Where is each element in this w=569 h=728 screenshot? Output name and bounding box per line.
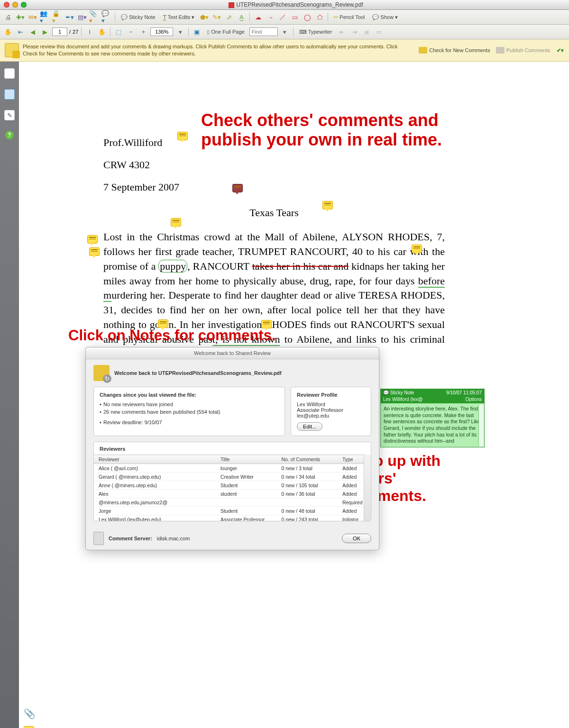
prev-page-icon[interactable]: ◀ [28,27,38,37]
zoom-input[interactable] [150,27,173,36]
table-row[interactable]: Alice ( @aol.com)lounger0 new / 3 totalA… [94,464,371,473]
sign-icon[interactable]: ✒▾ [64,12,75,22]
sticky-note-icon[interactable] [89,247,100,256]
first-page-icon[interactable]: ⇤ [15,27,26,37]
circle-annotation[interactable]: puppy [158,260,187,273]
add-icon[interactable]: ✚▾ [15,12,26,22]
annotation-text: Check others' comments and publish your … [201,110,471,150]
publish-comments-button[interactable]: Publish Comments [496,47,550,54]
col-title[interactable]: Title [216,455,276,464]
attachment-icon[interactable]: 📎 [24,708,36,719]
minimize-window-icon[interactable] [12,2,18,8]
table-cell: 0 new / 3 total [276,464,337,473]
col-reviewer[interactable]: Reviewer [94,455,216,464]
list-icon[interactable]: ≣ [361,27,372,37]
table-cell: Alex [94,490,216,498]
signatures-panel-icon[interactable] [4,110,15,120]
sticky-note-icon[interactable] [87,235,98,244]
note-type-icon: 💬 [383,390,390,395]
table-row[interactable]: Alexstudent0 new / 36 totalAdded [94,490,371,498]
stamp-icon[interactable]: ⬟▾ [199,12,210,22]
table-cell: Jorge [94,507,216,515]
comment-popup[interactable]: 💬 Sticky Note 9/10/07 11:05:07 Lex Willi… [380,389,485,447]
pan-icon[interactable]: ✋ [3,27,13,37]
profile-email: lex@utep.edu [297,413,365,419]
sticky-note-icon[interactable] [322,201,333,209]
main-toolbar-row-1: 🖨 ✚▾ ✉▾ 👥▾ 🔒▾ ✒▾ ▤▾ 📎▾ 💬▾ 💬Sticky Note T… [0,10,569,25]
strikeout-annotation[interactable]: takes her in his car and [252,260,349,272]
reviewers-scroll[interactable]: Reviewer Title No. of Comments Type Alic… [94,455,371,521]
zoom-out-icon[interactable]: − [126,27,136,37]
sticky-note-icon[interactable] [24,726,34,728]
bookmarks-panel-icon[interactable] [4,89,15,100]
table-row[interactable]: @miners.utep.edu,jamunoz2@Required [94,498,371,507]
fit-page-icon[interactable]: ▣ [192,27,202,37]
zoom-window-icon[interactable] [21,2,27,8]
rect-shape-icon[interactable]: ▭ [290,12,300,22]
table-row[interactable]: JorgeStudent0 new / 48 totalAdded [94,507,371,515]
check-new-comments-button[interactable]: Check for New Comments [419,47,490,54]
cloud-icon[interactable]: ☁ [253,12,263,22]
change-item: 26 new comments have been published (554… [100,409,279,415]
text-edits-button[interactable]: T̲Text Edits▾ [160,12,198,22]
sticky-note-icon[interactable] [177,132,188,140]
review-message: Please review this document and add your… [23,43,415,57]
server-icon [93,532,104,545]
pencil-tool-button[interactable]: ✏Pencil Tool [331,12,367,22]
sticky-note-button[interactable]: 💬Sticky Note [118,12,158,22]
multimedia-icon[interactable]: 📎▾ [89,12,100,22]
ok-button[interactable]: OK [342,534,371,543]
table-row[interactable]: Gerard ( @miners.utep.edu)Creative Write… [94,473,371,481]
col-type[interactable]: Type [338,455,371,464]
popup-options[interactable]: Options [466,397,482,402]
highlight-icon[interactable]: ✎▾ [211,12,222,22]
arrow-shape-icon[interactable]: → [265,12,275,22]
table-row[interactable]: Anne ( @miners.utep.edu)Student0 new / 1… [94,481,371,490]
marquee-icon[interactable]: ⬚ [113,27,124,37]
secure-icon[interactable]: 🔒▾ [52,12,63,22]
col-comments[interactable]: No. of Comments [276,455,337,464]
table-row[interactable]: Lex Williford (lex@utep.edu)Associate Pr… [94,515,371,521]
numbered-list-icon[interactable]: ≔ [374,27,384,37]
zoom-in-icon[interactable]: ＋ [138,27,148,37]
collab-icon[interactable]: 👥▾ [40,12,50,22]
textbox-icon[interactable]: A̲ [236,12,247,22]
indent-icon[interactable]: ⇥ [349,27,359,37]
window-title: UTEPRevisedPitchesandScenograms_Review.p… [236,1,363,8]
print-icon[interactable]: 🖨 [3,12,13,22]
select-tool-icon[interactable]: I [84,27,95,37]
line-shape-icon[interactable]: ／ [277,12,288,22]
oval-shape-icon[interactable]: ◯ [302,12,312,22]
table-cell: 0 new / 36 total [276,490,337,498]
table-cell: Alice ( @aol.com) [94,464,216,473]
polygon-shape-icon[interactable]: ⬠ [314,12,325,22]
show-menu-button[interactable]: 💬Show▾ [369,12,401,22]
callout-icon[interactable]: ⬀ [224,12,234,22]
zoom-dropdown-icon[interactable]: ▾ [175,27,185,37]
sticky-note-icon[interactable] [232,184,243,192]
table-cell [216,498,276,507]
find-input[interactable] [249,27,278,36]
close-window-icon[interactable] [4,2,9,8]
sticky-note-icon[interactable] [171,218,181,227]
edit-profile-button[interactable]: Edit... [297,422,322,431]
one-full-page-button[interactable]: ▯One Full Page [204,27,247,37]
reviewers-heading: Reviewers [94,446,371,455]
document-canvas[interactable]: Prof.Williford CRW 4302 7 September 2007… [19,62,569,728]
popup-body[interactable]: An interesting storyline here, Alex. The… [381,403,484,447]
comment-icon[interactable]: 💬▾ [101,12,112,22]
find-dropdown-icon[interactable]: ▾ [280,27,290,37]
next-page-icon[interactable]: ▶ [40,27,50,37]
hand-tool-icon[interactable]: ✋ [97,27,107,37]
popup-scrollbar[interactable] [478,404,484,446]
outdent-icon[interactable]: ⇤ [337,27,347,37]
review-check-icon[interactable]: ✔▾ [556,46,564,55]
typewriter-button[interactable]: ⌨Typewriter [296,27,335,37]
form-icon[interactable]: ▤▾ [77,12,87,22]
sticky-note-icon[interactable] [412,245,422,253]
share-icon[interactable]: ✉▾ [28,12,38,22]
pages-panel-icon[interactable] [4,68,15,79]
page-number-input[interactable] [52,27,67,36]
help-icon[interactable]: ? [5,131,14,139]
table-cell: 0 new / 48 total [276,507,337,515]
